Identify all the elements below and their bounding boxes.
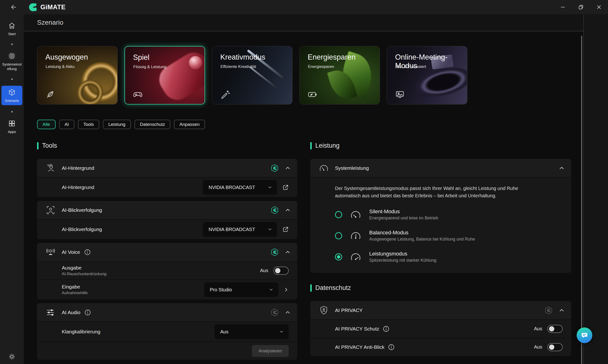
- filter-chip-datenschutz[interactable]: Datenschutz: [134, 120, 171, 129]
- collapse-panel-button[interactable]: [285, 310, 291, 315]
- back-button[interactable]: [8, 2, 19, 12]
- open-external-button[interactable]: [282, 184, 289, 191]
- chevron-down-icon: [279, 329, 284, 334]
- ai-background-dropdown[interactable]: NVIDIA BROADCAST: [203, 180, 277, 195]
- performance-section-header: Leistung: [310, 142, 571, 149]
- ai-eyetracking-panel: AI-Blickverfolgung AI-Blickverfolgung: [37, 201, 297, 239]
- row-label: AI-Hintergrund: [62, 184, 94, 190]
- filter-chip-anpassen[interactable]: Anpassen: [174, 120, 205, 129]
- cube-icon: [8, 89, 16, 96]
- collapse-panel-button[interactable]: [285, 249, 291, 255]
- scenario-card-spiel[interactable]: Spiel Flüssig & Leistung: [124, 46, 205, 104]
- panel-title: AI-Hintergrund: [62, 165, 94, 171]
- chip-icon: [8, 52, 16, 60]
- gimate-ai-badge-icon: [271, 308, 279, 316]
- ai-privacy-panel: AI PRIVACY AI PRIVACY Schutz: [310, 301, 571, 356]
- chevron-down-icon: [269, 287, 274, 292]
- filter-chip-tools[interactable]: Tools: [78, 120, 99, 129]
- system-performance-panel-header: Systemleistung: [310, 159, 571, 177]
- radio-silent[interactable]: [335, 211, 342, 218]
- ai-eyetracking-panel-header: AI-Blickverfolgung: [37, 201, 297, 219]
- mode-option-performance[interactable]: Leistungsmodus Spitzenleistung mit stark…: [335, 251, 560, 263]
- ai-voice-input-dropdown[interactable]: Pro Studio: [204, 282, 278, 297]
- minimize-button[interactable]: [554, 0, 572, 14]
- open-detail-button[interactable]: [283, 287, 289, 292]
- scenario-card-online-meeting[interactable]: Online-Meeting-Modus Klar & Fokussiert: [387, 46, 467, 104]
- ai-privacy-protection-toggle[interactable]: [547, 325, 563, 333]
- ai-audio-action-row: Analysieren: [37, 341, 297, 360]
- sidebar-separator-dot: [11, 78, 13, 80]
- card-subtitle: Flüssig & Leistung: [133, 65, 166, 69]
- collapse-panel-button[interactable]: [285, 207, 291, 213]
- ai-eyetracking-dropdown[interactable]: NVIDIA BROADCAST: [203, 222, 277, 237]
- open-external-button[interactable]: [282, 226, 289, 233]
- external-link-icon: [282, 226, 289, 233]
- filter-chip-alle[interactable]: Alle: [37, 120, 56, 129]
- chip-label: AI: [65, 122, 69, 127]
- card-art: [327, 66, 357, 102]
- mode-name: Leistungsmodus: [369, 251, 436, 257]
- app-brand: GiMATE: [28, 3, 66, 12]
- chip-label: Anpassen: [179, 122, 199, 127]
- restore-button[interactable]: [572, 0, 590, 14]
- audio-sliders-icon: [46, 308, 56, 317]
- close-button[interactable]: [590, 0, 608, 14]
- page-title: Szenario: [37, 19, 64, 26]
- app-title: GiMATE: [40, 4, 66, 11]
- sidebar-item-label: Szenario: [5, 98, 19, 103]
- mode-option-balanced[interactable]: Balanced-Modus Ausgewogene Leistung, Bal…: [335, 230, 560, 242]
- info-button[interactable]: [388, 344, 394, 350]
- card-subtitle: Leistung & Akku: [46, 64, 75, 69]
- dropdown-value: NVIDIA BROADCAST: [209, 227, 255, 232]
- filter-chip-ai[interactable]: AI: [59, 120, 74, 129]
- performance-description: Der Systemgesamtleistungsmodus passt sic…: [335, 185, 544, 199]
- sidebar-item-systemeinstellung[interactable]: Systemeinstellung: [1, 51, 23, 73]
- gauge-high-icon: [350, 252, 362, 262]
- ai-voice-output-row: Ausgabe AI-Rauschunterdrückung Aus: [37, 261, 297, 279]
- tools-section-header: Tools: [37, 142, 297, 149]
- section-accent-bar: [310, 285, 312, 292]
- collapse-panel-button[interactable]: [559, 165, 565, 171]
- ai-privacy-antiglance-toggle[interactable]: [547, 343, 563, 351]
- radio-balanced[interactable]: [335, 232, 342, 239]
- info-button[interactable]: [383, 326, 389, 332]
- card-title: Ausgewogen: [45, 53, 88, 62]
- sidebar-item-apps[interactable]: Apps: [1, 118, 23, 136]
- radio-performance[interactable]: [335, 253, 342, 260]
- dropdown-value: Pro Studio: [210, 287, 232, 293]
- info-button[interactable]: [84, 249, 91, 255]
- settings-gear-button[interactable]: [8, 353, 15, 360]
- analyze-button[interactable]: Analysieren: [252, 345, 289, 357]
- card-subtitle: Energiesparen: [308, 64, 334, 69]
- ai-noise-suppression-toggle[interactable]: [274, 267, 289, 275]
- filter-chips: Alle AI Tools Leistung Datenschutz Anpas…: [37, 120, 583, 129]
- right-column: Leistung Systemleistung: [310, 142, 571, 360]
- mode-name: Balanced-Modus: [369, 230, 475, 236]
- mode-description: Ausgewogene Leistung, Balance bei Kühlun…: [369, 237, 475, 242]
- chip-label: Leistung: [108, 122, 125, 127]
- sound-calibration-row: Klangkalibrierung Aus: [37, 322, 297, 341]
- scenario-card-ausgewogen[interactable]: Ausgewogen Leistung & Akku: [37, 46, 118, 104]
- scenario-card-energiesparen[interactable]: Energiesparen Energiesparen: [299, 46, 380, 104]
- chevron-up-icon: [285, 310, 291, 315]
- toggle-state-label: Aus: [260, 268, 268, 273]
- mode-option-silent[interactable]: Silent-Modus Energiesparend und leise im…: [335, 208, 560, 221]
- leaf-slash-icon: [45, 90, 55, 99]
- privacy-section-title: Datenschutz: [315, 284, 351, 292]
- system-performance-panel: Systemleistung Der Systemgesamtleistungs…: [310, 159, 571, 273]
- scenario-card-kreativmodus[interactable]: Kreativmodus Effiziente Kreativität: [212, 46, 292, 104]
- info-button[interactable]: [85, 309, 91, 316]
- filter-chip-leistung[interactable]: Leistung: [103, 120, 131, 129]
- sound-calibration-dropdown[interactable]: Aus: [214, 324, 289, 339]
- chat-fab-button[interactable]: [577, 327, 592, 343]
- privacy-section-header: Datenschutz: [310, 284, 571, 292]
- sidebar-item-start[interactable]: Start: [1, 20, 23, 38]
- collapse-panel-button[interactable]: [285, 165, 291, 171]
- row-label: Eingabe: [62, 284, 88, 290]
- sidebar-item-szenario[interactable]: Szenario: [1, 86, 22, 105]
- collapse-panel-button[interactable]: [559, 308, 565, 313]
- chat-bubble-icon: [580, 331, 589, 339]
- external-link-icon: [282, 184, 289, 191]
- gear-icon: [8, 353, 15, 360]
- vertical-scrollbar[interactable]: [581, 36, 582, 364]
